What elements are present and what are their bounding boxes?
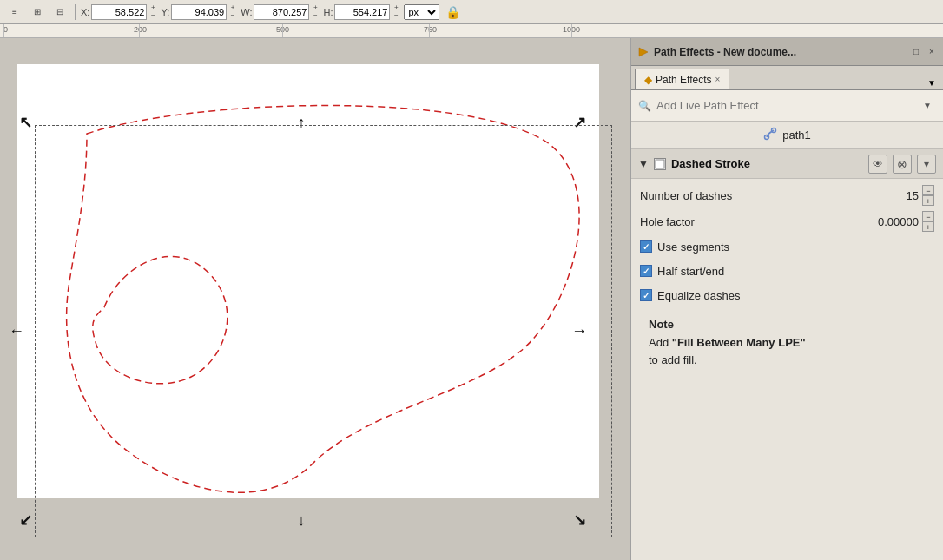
- path-node-icon: [763, 127, 777, 143]
- num-dashes-value: 15: [867, 189, 919, 202]
- equalize-dashes-checkbox[interactable]: ✓: [640, 289, 652, 301]
- path-svg: [17, 64, 599, 498]
- toolbar-icon-2[interactable]: ⊞: [28, 3, 47, 22]
- effect-eye-btn[interactable]: 👁: [868, 155, 887, 174]
- ruler-line-1000: [571, 24, 572, 37]
- panel-restore-btn[interactable]: □: [910, 46, 922, 58]
- ruler: 0 200 500 750 1000: [0, 24, 943, 38]
- h-plus[interactable]: +: [392, 4, 400, 11]
- tab-close-btn[interactable]: ×: [715, 75, 720, 84]
- x-plus[interactable]: +: [148, 4, 157, 11]
- note-section: Note Add "Fill Between Many LPE"to add f…: [640, 313, 934, 373]
- effect-name-label: Dashed Stroke: [671, 157, 863, 170]
- note-text-bold: "Fill Between Many LPE": [672, 336, 806, 349]
- inner-loop-path: [93, 256, 228, 383]
- effect-toggle-arrow[interactable]: ▼: [638, 158, 649, 170]
- svg-marker-0: [639, 48, 648, 56]
- num-dashes-plus-btn[interactable]: +: [922, 195, 934, 206]
- tab-label: Path Effects: [656, 74, 711, 86]
- h-pm: + −: [392, 4, 400, 19]
- w-input[interactable]: [254, 4, 309, 20]
- properties-area: Number of dashes 15 − + Hole factor 0.00…: [631, 179, 943, 560]
- note-text-suffix: to add fill.: [649, 353, 697, 366]
- hole-factor-value: 0.00000: [867, 215, 919, 228]
- w-label: W:: [241, 7, 252, 17]
- use-segments-label: Use segments: [657, 240, 729, 254]
- add-lpe-input[interactable]: [656, 99, 913, 112]
- ruler-line-750: [429, 24, 430, 37]
- half-start-end-label: Half start/end: [657, 265, 724, 278]
- note-body: Add "Fill Between Many LPE"to add fill.: [649, 334, 926, 368]
- x-input[interactable]: [91, 4, 147, 20]
- lock-icon[interactable]: 🔒: [443, 3, 462, 22]
- hole-factor-minus-btn[interactable]: −: [922, 211, 934, 221]
- effect-row: ▼ Dashed Stroke 👁 ⊗ ▾: [631, 149, 943, 179]
- num-dashes-controls: − +: [922, 185, 934, 206]
- canvas-area[interactable]: ↖ ↑ ↗ ← → ↙ ↓ ↘: [0, 38, 630, 560]
- w-pm: + −: [311, 4, 320, 19]
- x-field: X: + −: [81, 4, 157, 20]
- panel-tabbar: ◆ Path Effects × ▼: [631, 66, 943, 90]
- num-dashes-row: Number of dashes 15 − +: [640, 184, 934, 207]
- half-start-end-row: ✓ Half start/end: [640, 260, 934, 281]
- handle-bot-center[interactable]: ↓: [295, 514, 307, 526]
- search-icon: 🔍: [638, 100, 651, 112]
- toolbar-divider-1: [75, 4, 76, 20]
- ruler-mark-200: 200: [134, 25, 147, 34]
- toolbar: ≡ ⊞ ⊟ X: + − Y: + − W: + − H: + −: [0, 0, 943, 24]
- x-pm: + −: [148, 4, 157, 19]
- panel-tab-path-effects[interactable]: ◆ Path Effects ×: [635, 69, 729, 89]
- panel-close-btn[interactable]: ×: [926, 46, 938, 58]
- ruler-mark-750: 750: [424, 25, 437, 34]
- note-text-add: Add: [649, 336, 672, 349]
- panel: Path Effects - New docume... _ □ × ◆ Pat…: [630, 38, 943, 560]
- y-field: Y: + −: [161, 4, 237, 20]
- panel-titlebar: Path Effects - New docume... _ □ ×: [631, 38, 943, 66]
- effect-visibility-checkbox[interactable]: [654, 158, 666, 170]
- tab-dropdown-btn[interactable]: ▼: [924, 76, 940, 89]
- y-plus[interactable]: +: [228, 4, 237, 11]
- handle-bot-right[interactable]: ↘: [573, 514, 585, 526]
- main-path: [67, 106, 579, 493]
- add-lpe-row[interactable]: 🔍 ▼: [631, 90, 943, 122]
- toolbar-icon-3[interactable]: ⊟: [50, 3, 69, 22]
- note-title: Note: [649, 318, 926, 331]
- panel-minimize-btn[interactable]: _: [894, 46, 907, 58]
- x-label: X:: [81, 7, 89, 17]
- main-area: ↖ ↑ ↗ ← → ↙ ↓ ↘ Path Effects - New docum…: [0, 38, 943, 560]
- panel-title-text: Path Effects - New docume...: [654, 46, 891, 58]
- h-field: H: + −: [323, 4, 400, 20]
- panel-content: 🔍 ▼ path1 ▼: [631, 90, 943, 560]
- handle-bot-left[interactable]: ↙: [19, 514, 31, 526]
- w-minus[interactable]: −: [311, 12, 320, 19]
- ruler-line-200: [139, 24, 140, 37]
- effect-expand-btn[interactable]: ▾: [917, 155, 936, 174]
- w-plus[interactable]: +: [311, 4, 320, 11]
- svg-rect-4: [656, 161, 663, 168]
- h-input[interactable]: [334, 4, 390, 20]
- path-name-row: path1: [631, 122, 943, 149]
- use-segments-row: ✓ Use segments: [640, 236, 934, 257]
- unit-select[interactable]: px mm in: [404, 4, 439, 20]
- half-start-end-checkbox[interactable]: ✓: [640, 265, 652, 277]
- hole-factor-label: Hole factor: [640, 215, 867, 228]
- h-minus[interactable]: −: [392, 12, 400, 19]
- y-input[interactable]: [171, 4, 227, 20]
- x-minus[interactable]: −: [148, 12, 157, 19]
- use-segments-checkbox[interactable]: ✓: [640, 240, 652, 253]
- w-field: W: + −: [241, 4, 320, 20]
- num-dashes-minus-btn[interactable]: −: [922, 185, 934, 195]
- tab-icon: ◆: [644, 74, 652, 86]
- num-dashes-label: Number of dashes: [640, 189, 867, 202]
- path-name-label: path1: [782, 128, 811, 142]
- y-minus[interactable]: −: [228, 12, 237, 19]
- unit-field: px mm in: [404, 4, 439, 20]
- y-pm: + −: [228, 4, 237, 19]
- hole-factor-plus-btn[interactable]: +: [922, 221, 934, 232]
- lpe-dropdown-btn[interactable]: ▼: [919, 97, 936, 115]
- toolbar-icon-1[interactable]: ≡: [5, 3, 24, 22]
- effect-delete-btn[interactable]: ⊗: [893, 155, 912, 174]
- hole-factor-row: Hole factor 0.00000 − +: [640, 210, 934, 233]
- hole-factor-controls: − +: [922, 211, 934, 232]
- equalize-dashes-row: ✓ Equalize dashes: [640, 285, 934, 306]
